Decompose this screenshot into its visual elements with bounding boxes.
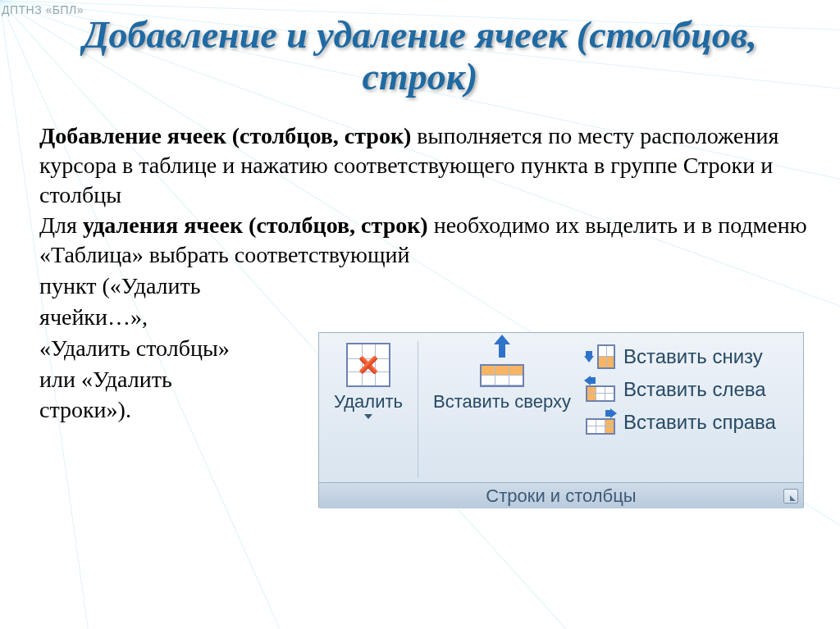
insert-left-label: Вставить слева xyxy=(623,378,766,401)
insert-above-label: Вставить сверху xyxy=(433,392,571,411)
insert-left-icon xyxy=(586,377,615,402)
insert-above-icon xyxy=(480,343,524,387)
insert-below-icon xyxy=(586,344,615,369)
insert-left-button[interactable]: Вставить слева xyxy=(582,374,795,405)
delete-button[interactable]: Удалить xyxy=(329,340,408,421)
line3: пункт («Удалить xyxy=(39,271,817,301)
p2-before: Для xyxy=(39,212,83,238)
insert-right-label: Вставить справа xyxy=(623,411,776,434)
delete-icon xyxy=(346,343,390,387)
insert-right-button[interactable]: Вставить справа xyxy=(582,407,795,438)
chevron-down-icon xyxy=(364,414,372,419)
insert-below-button[interactable]: Вставить снизу xyxy=(582,341,795,372)
p2-bold: удаления ячеек (столбцов, строк) xyxy=(83,212,428,238)
ribbon-rows-columns-group: Удалить Вставить сверху xyxy=(318,332,804,508)
insert-below-label: Вставить снизу xyxy=(623,345,763,368)
slide-title: Добавление и удаление ячеек (столбцов, с… xyxy=(0,15,840,98)
delete-label: Удалить xyxy=(334,392,403,411)
insert-right-icon xyxy=(586,410,615,435)
separator xyxy=(418,341,418,477)
dialog-launcher-icon[interactable] xyxy=(783,489,798,504)
p1-bold: Добавление ячеек (столбцов, строк) xyxy=(39,123,411,148)
line4: ячейки…», xyxy=(39,303,817,332)
group-caption-label: Строки и столбцы xyxy=(486,485,636,507)
ribbon-group-caption: Строки и столбцы xyxy=(319,482,803,508)
insert-above-button[interactable]: Вставить сверху xyxy=(428,340,576,412)
